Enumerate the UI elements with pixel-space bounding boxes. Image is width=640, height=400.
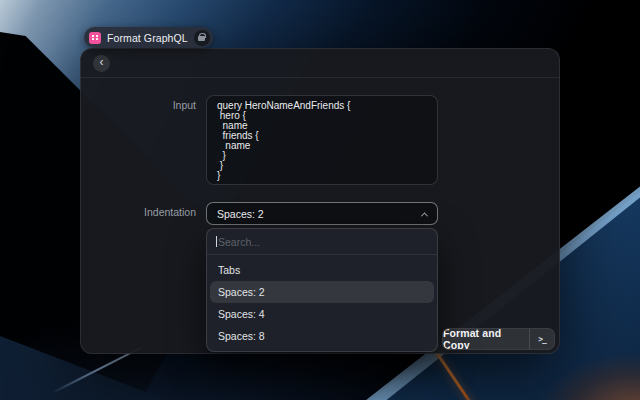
dropdown-search-input[interactable] <box>218 236 428 248</box>
screen: Format GraphQL ‹ Input query HeroNameAnd… <box>0 0 640 400</box>
indentation-dropdown-panel: Tabs Spaces: 2 Spaces: 4 Spaces: 8 <box>206 228 438 352</box>
graphql-extension-icon <box>89 32 101 44</box>
lock-badge <box>194 30 210 46</box>
text-cursor <box>216 236 217 247</box>
graphql-input-textarea[interactable]: query HeroNameAndFriends { hero { name f… <box>206 95 438 185</box>
dropdown-option-list: Tabs Spaces: 2 Spaces: 4 Spaces: 8 <box>207 255 437 351</box>
chevron-left-icon: ‹ <box>100 55 104 69</box>
option-tabs[interactable]: Tabs <box>210 259 434 281</box>
input-field-label: Input <box>81 99 196 111</box>
terminal-prompt-icon: >_ <box>529 329 554 349</box>
option-spaces-8[interactable]: Spaces: 8 <box>210 325 434 347</box>
indentation-select[interactable]: Spaces: 2 <box>206 202 438 225</box>
command-window: ‹ Input query HeroNameAndFriends { hero … <box>80 48 560 354</box>
window-header: ‹ <box>81 49 559 78</box>
option-spaces-4[interactable]: Spaces: 4 <box>210 303 434 325</box>
dropdown-search-row <box>207 229 437 255</box>
format-and-copy-label: Format and Copy <box>443 329 529 349</box>
indentation-field-label: Indentation <box>81 206 196 218</box>
chevron-up-icon <box>421 212 428 219</box>
lock-icon <box>198 36 205 41</box>
option-spaces-2[interactable]: Spaces: 2 <box>210 281 434 303</box>
command-hud-pill[interactable]: Format GraphQL <box>84 27 213 48</box>
indentation-selected-value: Spaces: 2 <box>217 208 422 220</box>
format-and-copy-button[interactable]: Format and Copy >_ <box>442 328 555 350</box>
back-button[interactable]: ‹ <box>93 55 110 72</box>
command-title: Format GraphQL <box>107 32 188 44</box>
